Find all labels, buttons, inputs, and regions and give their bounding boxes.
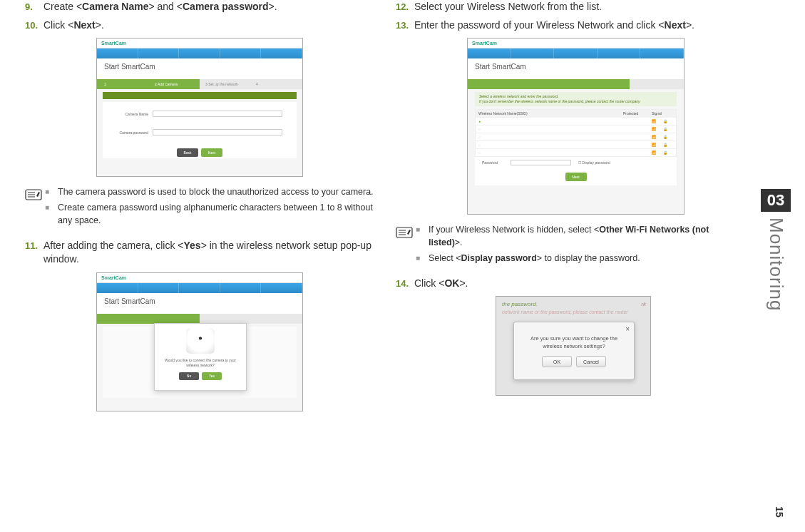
step-text: Click <Next>. <box>43 19 104 33</box>
step-12: 12. Select your Wireless Network from th… <box>396 0 745 14</box>
cancel-button[interactable]: Cancel <box>576 356 606 367</box>
step-number: 10. <box>25 19 43 31</box>
logo: SmartCam <box>101 41 126 46</box>
step-number: 9. <box>25 0 43 12</box>
screenshot-network-list: SmartCam Start SmartCam Select a wireles… <box>467 38 684 215</box>
next-button[interactable]: Next <box>201 148 222 157</box>
note-item: ■ The camera password is used to block t… <box>45 185 374 198</box>
logo: SmartCam <box>472 41 497 46</box>
bullet-icon: ■ <box>416 252 429 265</box>
note-item: ■ Select <Display password> to display t… <box>416 252 745 265</box>
step-14: 14. Click <OK>. <box>396 277 745 291</box>
chapter-number: 03 <box>761 189 791 212</box>
step-text: Enter the password of your Wireless Netw… <box>414 19 694 33</box>
step-text: Select your Wireless Network from the li… <box>414 0 602 14</box>
network-row[interactable]: ● 📶🔒 <box>476 117 676 125</box>
network-row[interactable]: ○ 📶🔒 <box>476 125 676 133</box>
back-button[interactable]: Back <box>177 148 198 157</box>
note-item: ■ If your Wireless Network is hidden, se… <box>416 223 745 249</box>
yes-button[interactable]: Yes <box>202 372 222 380</box>
network-row[interactable]: ○ 📶🔒 <box>476 148 676 156</box>
note-item: ■ Create camera password using alphanume… <box>45 201 374 227</box>
progress-bar <box>468 79 684 89</box>
confirm-dialog: × Are you sure you want to change the wi… <box>513 322 635 380</box>
chapter-sidebar: 03 Monitoring <box>761 189 791 311</box>
step-text: Create <Camera Name> and <Camera passwor… <box>43 0 277 14</box>
close-icon[interactable]: × <box>625 325 630 333</box>
page-number: 15 <box>774 506 785 518</box>
screenshot-add-camera-form: SmartCam Start SmartCam 1 2 Add Camera 3… <box>96 38 303 177</box>
network-table: Wireless Network Name(SSID)ProtectedSign… <box>475 109 677 157</box>
logo: SmartCam <box>101 275 126 280</box>
step-10: 10. Click <Next>. <box>25 19 374 33</box>
step-number: 14. <box>396 277 414 289</box>
bullet-icon: ■ <box>416 223 429 249</box>
note-block: ■ The camera password is used to block t… <box>25 185 374 230</box>
step-number: 11. <box>25 239 43 251</box>
note-icon <box>396 223 416 242</box>
confirm-popup: Would you like to connect the camera to … <box>154 323 247 391</box>
step-text: Click <OK>. <box>414 277 468 291</box>
next-button[interactable]: Next <box>565 173 587 181</box>
bullet-icon: ■ <box>45 201 58 227</box>
step-number: 13. <box>396 19 414 31</box>
step-text: After adding the camera, click <Yes> in … <box>43 239 374 267</box>
step-13: 13. Enter the password of your Wireless … <box>396 19 745 33</box>
screenshot-yes-popup: SmartCam Start SmartCam Would you like t… <box>96 272 303 411</box>
note-block: ■ If your Wireless Network is hidden, se… <box>396 223 745 267</box>
step-11: 11. After adding the camera, click <Yes>… <box>25 239 374 267</box>
dialog-message: Are you sure you want to change the wire… <box>514 322 634 356</box>
network-row[interactable]: ○ 📶🔒 <box>476 133 676 140</box>
mini-title: Start SmartCam <box>468 58 684 72</box>
mini-title: Start SmartCam <box>97 58 302 72</box>
progress-bar <box>97 314 302 324</box>
ok-button[interactable]: OK <box>542 356 572 367</box>
note-icon <box>25 185 45 204</box>
progress-bar: 1 2 Add Camera 3 Set up the network 4 <box>97 79 302 89</box>
step-number: 12. <box>396 0 414 12</box>
mini-title: Start SmartCam <box>97 293 302 307</box>
bullet-icon: ■ <box>45 185 58 198</box>
network-row[interactable]: ○ 📶🔒 <box>476 140 676 148</box>
chapter-title: Monitoring <box>765 218 787 311</box>
camera-icon <box>186 328 215 354</box>
no-button[interactable]: No <box>179 372 199 380</box>
step-9: 9. Create <Camera Name> and <Camera pass… <box>25 0 374 14</box>
screenshot-confirm-dialog: the password. network name or the passwo… <box>496 296 651 396</box>
